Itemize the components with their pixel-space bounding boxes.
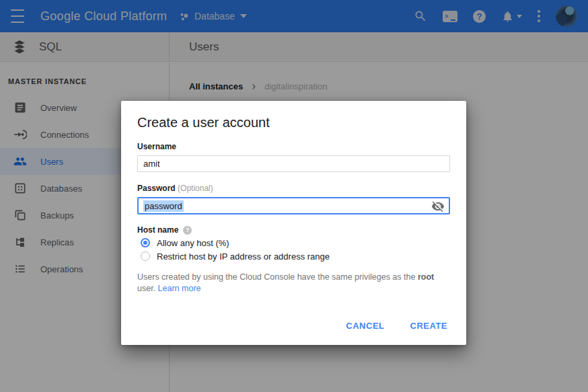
host-name-row: Host name ? (137, 225, 450, 235)
radio-option-restrict-host[interactable]: Restrict host by IP address or address r… (137, 251, 450, 262)
password-selected-text: password (143, 200, 184, 212)
username-input[interactable] (137, 155, 450, 172)
create-button[interactable]: CREATE (402, 315, 455, 336)
help-icon[interactable]: ? (183, 226, 192, 235)
username-label: Username (137, 142, 450, 151)
radio-unselected-icon (141, 251, 150, 261)
dialog-actions: CANCEL CREATE (338, 315, 455, 336)
gcp-console-screen: Google Cloud Platform Database > ? (0, 0, 588, 392)
visibility-off-icon[interactable] (431, 200, 445, 213)
privileges-note: Users created by using the Cloud Console… (137, 272, 450, 294)
note-line-1: Users created by using the Cloud Console… (137, 272, 450, 283)
radio-option-allow-any-host[interactable]: Allow any host (%) (137, 237, 450, 248)
password-optional-hint: (Optional) (178, 184, 213, 193)
note-line-2: user. Learn more (137, 283, 450, 295)
password-input[interactable]: password (137, 197, 450, 214)
dialog-title: Create a user account (137, 101, 450, 130)
cancel-button[interactable]: CANCEL (338, 315, 392, 336)
host-name-label: Host name (137, 225, 178, 235)
radio-selected-icon (141, 238, 150, 247)
note-root-emphasis: root (418, 272, 434, 282)
create-user-dialog: Create a user account Username Password … (121, 101, 466, 345)
password-label: Password (Optional) (137, 184, 450, 193)
learn-more-link[interactable]: Learn more (158, 284, 201, 293)
